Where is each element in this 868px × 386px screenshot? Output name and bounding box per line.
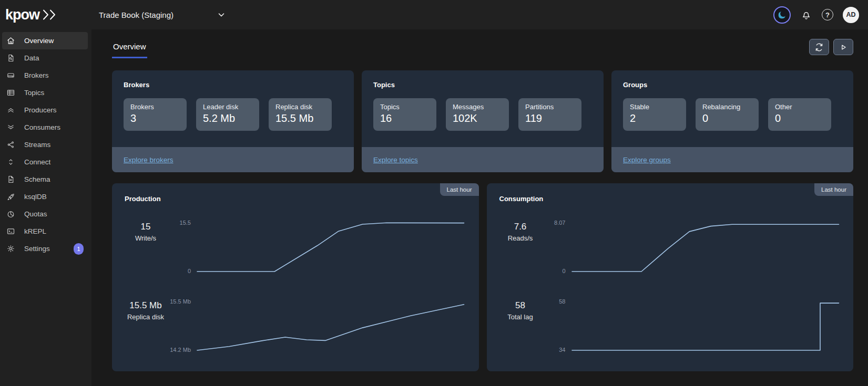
chart-panels-row: Last hour Production 15 Write/s 15.5 0 1… (112, 183, 853, 371)
sidebar-item-topics[interactable]: Topics (2, 84, 88, 101)
sidebar-item-label: Consumers (24, 123, 60, 131)
groups-card: Groups Stable 2 Rebalancing 0 Other 0 (611, 70, 853, 172)
sidebar-item-krepl[interactable]: kREPL (2, 223, 88, 240)
environment-selector[interactable]: Trade Book (Staging) (99, 10, 226, 19)
sidebar-item-ksqldb[interactable]: ksqlDB (2, 188, 88, 205)
dark-mode-toggle[interactable] (773, 6, 791, 24)
sidebar-item-label: Brokers (24, 71, 49, 79)
topics-card: Topics Topics 16 Messages 102K Partition… (362, 70, 604, 172)
read-rate-line-chart (571, 221, 841, 273)
page-header: Overview (112, 39, 853, 66)
rocket-icon (6, 192, 15, 201)
chart-row: 7.6 Reads/s 8.07 0 (499, 221, 841, 273)
card-footer: Explore brokers (112, 147, 354, 172)
consumption-panel: Last hour Consumption 7.6 Reads/s 8.07 0… (487, 183, 854, 371)
write-rate-line-chart (196, 221, 466, 273)
sidebar-item-label: Data (24, 54, 39, 62)
data-search-icon (6, 54, 15, 62)
panel-title: Production (125, 195, 466, 203)
chevron-up-down-icon (6, 158, 15, 166)
kpow-logo-text: kpow (5, 7, 39, 23)
chevron-down-icon (217, 10, 226, 19)
help-icon: ? (822, 9, 833, 20)
environment-label: Trade Book (Staging) (99, 11, 173, 19)
time-range-badge: Last hour (814, 183, 853, 196)
card-title: Groups (623, 81, 842, 89)
sidebar-item-label: Quotas (24, 210, 47, 218)
y-axis: 15.5 0 (167, 221, 196, 273)
explore-groups-link[interactable]: Explore groups (623, 156, 671, 164)
avatar[interactable]: AD (843, 7, 859, 23)
panel-title: Consumption (499, 195, 841, 203)
chart-stat: 15 Write/s (125, 221, 167, 273)
topbar-actions: ? AD (773, 6, 868, 24)
explore-brokers-link[interactable]: Explore brokers (124, 156, 173, 164)
stat-tile: Stable 2 (623, 98, 686, 131)
sidebar-item-quotas[interactable]: Quotas (2, 205, 88, 223)
sidebar-nav: OverviewDataBrokersTopicsProducersConsum… (0, 32, 91, 257)
refresh-button[interactable] (809, 39, 829, 55)
chart-row: 58 Total lag 58 34 (499, 299, 841, 352)
broker-drive-icon (6, 71, 15, 80)
header-actions (809, 39, 853, 55)
bell-icon (800, 9, 812, 21)
card-footer: Explore groups (611, 147, 853, 172)
settings-badge: 1 (74, 243, 84, 255)
gear-icon (6, 244, 15, 253)
sidebar-item-consumers[interactable]: Consumers (2, 119, 88, 136)
play-icon (839, 43, 848, 52)
sidebar: OverviewDataBrokersTopicsProducersConsum… (0, 29, 91, 386)
y-axis: 15.5 Mb 14.2 Mb (167, 299, 196, 352)
chart-row: 15.5 Mb Replica disk 15.5 Mb 14.2 Mb (125, 299, 466, 352)
double-chevron-up-icon (6, 106, 15, 114)
sidebar-item-label: Connect (24, 158, 50, 166)
replica-disk-line-chart (196, 299, 466, 352)
production-panel: Last hour Production 15 Write/s 15.5 0 1… (112, 183, 479, 371)
chart-stat: 15.5 Mb Replica disk (125, 299, 167, 352)
kpow-chevrons-icon (42, 8, 59, 21)
sidebar-item-label: Producers (24, 106, 57, 114)
terminal-icon (6, 227, 15, 236)
card-footer: Explore topics (362, 147, 604, 172)
play-button[interactable] (833, 39, 853, 55)
refresh-icon (814, 43, 824, 52)
notifications-button[interactable] (800, 9, 812, 21)
sidebar-item-overview[interactable]: Overview (2, 32, 88, 49)
sidebar-item-brokers[interactable]: Brokers (2, 67, 88, 84)
sidebar-item-label: Streams (24, 141, 50, 149)
sidebar-item-label: ksqlDB (24, 193, 47, 201)
pie-chart-icon (6, 210, 15, 218)
stat-tile: Other 0 (768, 98, 831, 131)
y-axis: 58 34 (542, 299, 571, 352)
stat-tile: Rebalancing 0 (696, 98, 759, 131)
kpow-logo[interactable]: kpow (0, 7, 91, 23)
main-content: Overview Brokers Brokers 3 (91, 29, 868, 386)
chart-row: 15 Write/s 15.5 0 (125, 221, 466, 273)
stat-tile: Brokers 3 (124, 98, 187, 131)
sidebar-item-data[interactable]: Data (2, 49, 88, 67)
moon-icon (773, 6, 791, 24)
chart-stat: 7.6 Reads/s (499, 221, 542, 273)
sidebar-item-producers[interactable]: Producers (2, 101, 88, 119)
time-range-badge: Last hour (440, 183, 479, 196)
summary-cards-row: Brokers Brokers 3 Leader disk 5.2 Mb Rep… (112, 70, 853, 172)
topbar: kpow Trade Book (Staging) ? AD (0, 0, 868, 29)
sidebar-item-label: Schema (24, 175, 50, 183)
chart-stat: 58 Total lag (499, 299, 542, 352)
explore-topics-link[interactable]: Explore topics (373, 156, 418, 164)
sidebar-item-schema[interactable]: Schema (2, 171, 88, 188)
topics-table-icon (6, 88, 15, 97)
home-icon (6, 36, 15, 45)
help-button[interactable]: ? (822, 9, 833, 20)
sidebar-item-settings[interactable]: Settings1 (2, 240, 88, 257)
stat-tile: Replica disk 15.5 Mb (269, 98, 332, 131)
document-icon (6, 175, 15, 184)
double-chevron-down-icon (6, 123, 15, 132)
sidebar-item-connect[interactable]: Connect (2, 153, 88, 171)
sidebar-item-label: Settings (24, 245, 50, 253)
sidebar-item-label: Topics (24, 89, 44, 97)
stat-tile: Leader disk 5.2 Mb (196, 98, 259, 131)
sidebar-item-streams[interactable]: Streams (2, 136, 88, 153)
stat-tile: Topics 16 (373, 98, 436, 131)
tab-overview[interactable]: Overview (112, 39, 147, 58)
